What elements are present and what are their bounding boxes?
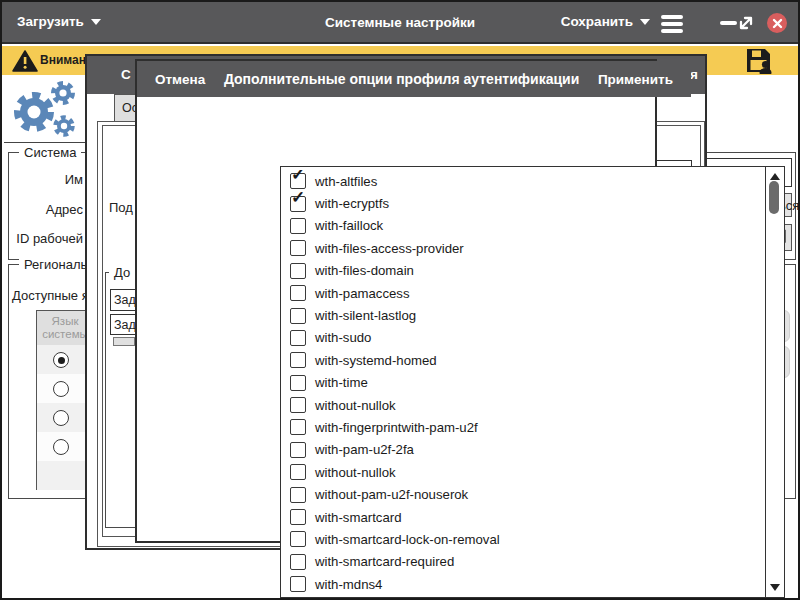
checkbox-unchecked[interactable] <box>290 509 306 525</box>
radio-selected[interactable] <box>53 352 69 368</box>
language-column-header: Язык системы <box>39 315 91 341</box>
options-rows: ✓wth-altfiles✓with-ecryptfswith-faillock… <box>281 170 766 597</box>
option-row: with-mdns4 <box>281 573 766 595</box>
save-button[interactable]: Сохранить <box>561 14 650 29</box>
checkbox-checked[interactable]: ✓ <box>290 173 306 189</box>
checkbox-unchecked[interactable] <box>290 419 306 435</box>
close-button[interactable] <box>767 13 787 33</box>
resize-button[interactable] <box>736 13 756 37</box>
option-label: wth-altfiles <box>315 174 377 189</box>
cancel-button[interactable]: Отмена <box>155 72 205 87</box>
option-label: with-mdns4 <box>315 577 382 592</box>
radio-unselected[interactable] <box>53 381 69 397</box>
option-row: ✓wth-altfiles <box>281 170 766 192</box>
checkbox-unchecked[interactable] <box>290 263 306 279</box>
option-label: without-nullok <box>315 465 396 480</box>
chevron-down-icon <box>640 19 650 25</box>
auth-options-dialog-header: Отмена Дополнительные опции профиля ауте… <box>137 61 691 97</box>
checkbox-unchecked[interactable] <box>290 240 306 256</box>
system-settings-window: Загрузить Системные настройки Сохранить <box>0 0 800 600</box>
hamburger-icon <box>661 15 683 19</box>
option-row: without-nullok <box>281 461 766 483</box>
option-row: with-files-domain <box>281 260 766 282</box>
checkbox-unchecked[interactable] <box>290 397 306 413</box>
option-label: with-faillock <box>315 218 383 233</box>
scroll-up-icon[interactable] <box>770 173 780 180</box>
floppy-save-icon[interactable] <box>746 48 773 74</box>
option-label: without-pam-u2f-nouserok <box>315 487 468 502</box>
checkbox-unchecked[interactable] <box>290 375 306 391</box>
option-label: with-files-domain <box>315 263 414 278</box>
workstation-id-label: ID рабочей <box>6 231 83 246</box>
auth-options-dialog: Отмена Дополнительные опции профиля ауте… <box>135 59 657 543</box>
option-row: with-pamaccess <box>281 282 766 304</box>
option-row: with-time <box>281 372 766 394</box>
checkbox-unchecked[interactable] <box>290 308 306 324</box>
checkbox-unchecked[interactable] <box>290 576 306 592</box>
option-label: with-fingerprintwith-pam-u2f <box>315 420 478 435</box>
x-icon <box>772 18 783 29</box>
options-scrollbar-thumb[interactable] <box>769 181 779 214</box>
option-label: with-systemd-homed <box>315 353 437 368</box>
option-row: with-pam-u2f-2fa <box>281 439 766 461</box>
computer-name-label: Им <box>6 172 83 187</box>
option-row: without-nullok <box>281 394 766 416</box>
option-label: with-pam-u2f-2fa <box>315 442 414 457</box>
menu-button[interactable] <box>661 15 683 36</box>
apply-button[interactable]: Применить <box>598 72 673 87</box>
option-row: with-smartcard-required <box>281 551 766 573</box>
advanced-combo-1-value: Зад <box>114 293 136 307</box>
settings-gears-box <box>4 76 86 143</box>
radio-unselected[interactable] <box>53 439 69 455</box>
option-label: with-smartcard-required <box>315 554 454 569</box>
checkbox-unchecked[interactable] <box>290 352 306 368</box>
option-row: with-faillock <box>281 215 766 237</box>
checkmark-icon: ✓ <box>291 189 305 206</box>
gears-icon <box>7 79 83 141</box>
options-list: ✓wth-altfiles✓with-ecryptfswith-faillock… <box>280 166 785 598</box>
checkbox-unchecked[interactable] <box>290 442 306 458</box>
option-label: with-silent-lastlog <box>315 308 416 323</box>
option-label: with-files-access-provider <box>315 241 464 256</box>
save-button-label: Сохранить <box>561 14 633 29</box>
option-label: with-time <box>315 375 368 390</box>
scroll-down-icon[interactable] <box>770 584 780 591</box>
advanced-combo-2-value: Зад <box>114 318 136 332</box>
checkmark-icon: ✓ <box>291 170 305 183</box>
connection-section-label: Под <box>109 200 133 215</box>
option-row: with-sudo <box>281 327 766 349</box>
advanced-combo-stub[interactable] <box>113 337 135 346</box>
option-row: with-files-access-provider <box>281 237 766 259</box>
available-languages-label: Доступные я <box>12 288 89 303</box>
checkbox-unchecked[interactable] <box>290 330 306 346</box>
minimize-button[interactable] <box>720 21 737 25</box>
option-row: without-pam-u2f-nouserok <box>281 483 766 505</box>
option-row: ✓with-ecryptfs <box>281 192 766 214</box>
option-label: with-pamaccess <box>315 286 410 301</box>
checkbox-unchecked[interactable] <box>290 487 306 503</box>
option-label: with-smartcard <box>315 510 401 525</box>
option-label: with-sudo <box>315 330 371 345</box>
option-row: with-smartcard-lock-on-removal <box>281 528 766 550</box>
option-label: with-smartcard-lock-on-removal <box>315 532 500 547</box>
warning-triangle-icon <box>12 50 38 72</box>
diagonal-arrows-icon <box>736 13 756 33</box>
radio-unselected[interactable] <box>53 410 69 426</box>
topbar: Загрузить Системные настройки Сохранить <box>2 2 798 44</box>
checkbox-unchecked[interactable] <box>290 554 306 570</box>
checkbox-unchecked[interactable] <box>290 218 306 234</box>
option-row: with-silent-lastlog <box>281 304 766 326</box>
options-list-scrollbar[interactable] <box>765 167 784 597</box>
radio-dot <box>58 357 65 364</box>
option-label: with-ecryptfs <box>315 196 389 211</box>
checkbox-checked[interactable]: ✓ <box>290 196 306 212</box>
option-row: with-systemd-homed <box>281 349 766 371</box>
system-groupbox-legend: Система <box>19 145 81 160</box>
checkbox-unchecked[interactable] <box>290 531 306 547</box>
checkbox-unchecked[interactable] <box>290 285 306 301</box>
back-dialog-header-left-text[interactable]: С <box>121 67 131 82</box>
server-address-label: Адрес <box>6 202 83 217</box>
advanced-groupbox-legend: До <box>109 265 135 280</box>
checkbox-unchecked[interactable] <box>290 464 306 480</box>
option-label: without-nullok <box>315 398 396 413</box>
